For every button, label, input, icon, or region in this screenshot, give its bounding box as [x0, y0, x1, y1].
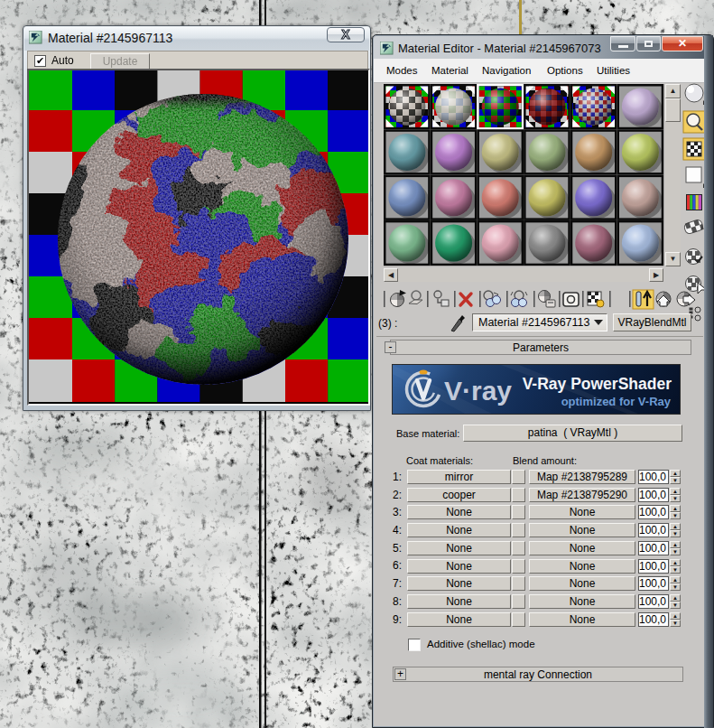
- svg-text:optimized for V-Ray: optimized for V-Ray: [561, 395, 672, 408]
- svg-text:V·ray: V·ray: [444, 376, 512, 406]
- svg-text:V-Ray PowerShader: V-Ray PowerShader: [523, 375, 672, 393]
